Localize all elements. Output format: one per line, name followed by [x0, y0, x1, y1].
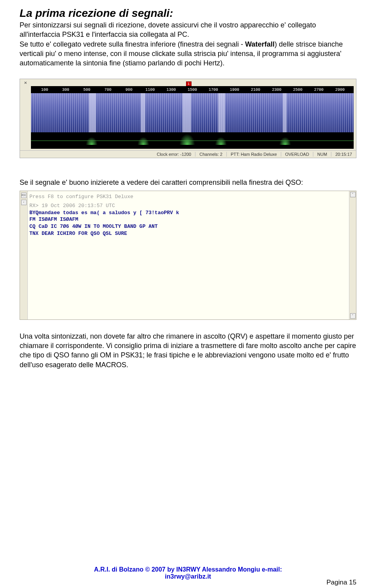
qso-timestamp: RX> 19 Oct 2006 20:13:57 UTC: [29, 202, 347, 209]
freq-tick: 2700: [308, 88, 329, 92]
frequency-ruler[interactable]: 1 100 300 500 700 900 1100 1300 1500 170…: [31, 86, 354, 93]
tune-marker[interactable]: 1: [186, 81, 192, 86]
scroll-up-icon[interactable]: ˄: [350, 192, 356, 197]
freq-tick: 300: [55, 88, 76, 92]
freq-tick: 2900: [329, 88, 351, 92]
freq-tick: 1700: [203, 88, 224, 92]
intro-paragraph-1: Per sintonizzarsi sui segnali di ricezio…: [20, 20, 356, 40]
status-overload: OVERLOAD: [281, 152, 309, 157]
scroll-down-icon[interactable]: ˅: [350, 313, 356, 319]
scrollbar[interactable]: ˄ ˅: [349, 191, 356, 319]
waterfall-term: Waterfall: [245, 40, 275, 48]
amplitude-trace: [31, 132, 354, 149]
closing-paragraph: Una volta sintonizzati, non dovete far a…: [20, 332, 356, 370]
page-title: La prima ricezione di segnali:: [20, 7, 356, 20]
waterfall-status-bar: Clock error: -1200 Channels: 2 PTT: Ham …: [20, 150, 356, 158]
footer-line-1: A.R.I. di Bolzano © 2007 by IN3RWY Aless…: [94, 566, 282, 573]
freq-tick: 1900: [224, 88, 245, 92]
p2-a: Se tutto e' collegato vedrete sulla fine…: [20, 40, 245, 48]
status-time: 20:15:17: [331, 152, 352, 157]
freq-tick: 700: [98, 88, 119, 92]
waterfall-screenshot: ✕ 1 100 300 500 700 900 1100 1300 1500 1…: [20, 79, 356, 158]
qso-line: CQ CaD IC 7Ø6 4ØW IN TO MOOLTY BAND GP A…: [29, 223, 347, 230]
freq-tick: 2300: [266, 88, 287, 92]
qso-text-area[interactable]: Press F8 to configure PSK31 Deluxe RX> 1…: [28, 191, 349, 319]
qso-window: RX ‹ Press F8 to configure PSK31 Deluxe …: [20, 191, 356, 320]
freq-tick: 2100: [245, 88, 266, 92]
waterfall-spectrum[interactable]: [31, 93, 354, 132]
freq-tick: 2500: [287, 88, 308, 92]
qso-line: BYQmandaee todas es ma( a saludos y [ 73…: [29, 209, 347, 216]
qso-hint: Press F8 to configure PSK31 Deluxe: [29, 193, 347, 200]
intro-paragraph-2: Se tutto e' collegato vedrete sulla fine…: [20, 40, 356, 68]
freq-tick: 1100: [139, 88, 161, 92]
qso-line: FM ISØAFM ISØAFM: [29, 216, 347, 223]
freq-tick: 1500: [182, 88, 203, 92]
qso-line: TNX DEAR ICHIRO FOR QSO QSL SURE: [29, 230, 347, 237]
status-channels: Channels: 2: [195, 152, 222, 157]
page-number: Pagina 15: [326, 579, 356, 586]
rx-icon[interactable]: RX: [21, 193, 27, 198]
status-num: NUM: [313, 152, 327, 157]
status-ptt: PTT: Ham Radio Deluxe: [226, 152, 277, 157]
freq-tick: 100: [34, 88, 55, 92]
middle-paragraph: Se il segnale e' buono inizierete a vede…: [20, 178, 356, 187]
freq-tick: 500: [76, 88, 98, 92]
close-icon[interactable]: ✕: [24, 81, 27, 85]
freq-tick: 1300: [161, 88, 182, 92]
footer-line-2: in3rwy@aribz.it: [20, 573, 356, 580]
freq-tick: 900: [118, 88, 139, 92]
page-footer: A.R.I. di Bolzano © 2007 by IN3RWY Aless…: [20, 566, 356, 580]
arrow-icon[interactable]: ‹: [21, 200, 27, 205]
status-clock: Clock error: -1200: [153, 152, 191, 157]
